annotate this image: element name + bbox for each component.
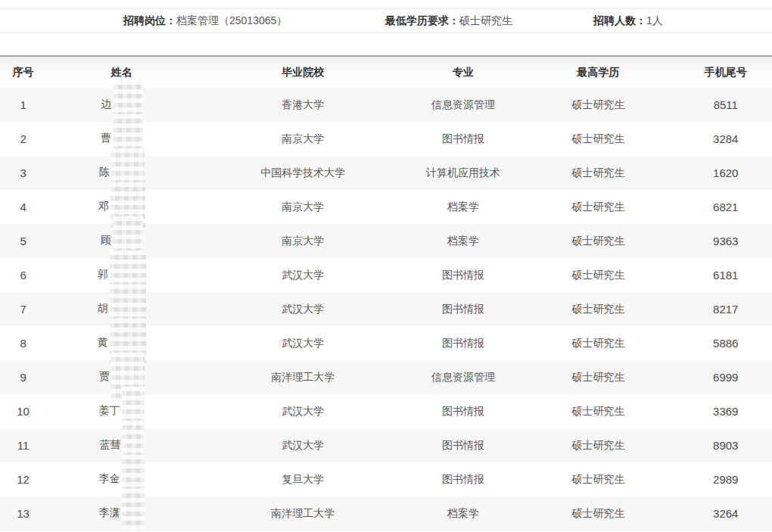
cell-degree: 硕士研究生 bbox=[517, 394, 679, 428]
table-row: 12李金复旦大学图书情报硕士研究生2989 bbox=[0, 462, 772, 496]
cell-major: 信息资源管理 bbox=[409, 88, 518, 122]
cell-major: 计算机应用技术 bbox=[409, 156, 518, 190]
cell-major: 档案学 bbox=[409, 190, 518, 224]
name-visible-text: 邓 bbox=[98, 201, 109, 213]
cell-school: 武汉大学 bbox=[197, 292, 409, 326]
cell-degree: 硕士研究生 bbox=[517, 190, 679, 224]
cell-no: 8 bbox=[0, 326, 46, 360]
cell-phone-tail: 8217 bbox=[680, 292, 772, 326]
cell-no: 9 bbox=[0, 360, 46, 394]
name-visible-text: 姜丁 bbox=[99, 405, 120, 417]
cell-school: 香港大学 bbox=[197, 88, 409, 122]
cell-school: 南京大学 bbox=[197, 122, 409, 156]
cell-phone-tail: 2989 bbox=[680, 462, 772, 496]
cell-phone-tail: 8511 bbox=[680, 88, 772, 122]
redacted-name-mosaic bbox=[111, 168, 145, 179]
cell-major: 档案学 bbox=[409, 496, 518, 530]
cell-school: 中国科学技术大学 bbox=[197, 156, 409, 190]
cell-degree: 硕士研究生 bbox=[517, 258, 679, 292]
column-header-school: 毕业院校 bbox=[197, 56, 409, 88]
min-education-value: 硕士研究生 bbox=[459, 14, 512, 26]
job-info-bar: 招聘岗位：档案管理（25013065） 最低学历要求：硕士研究生 招聘人数：1人 bbox=[0, 8, 772, 33]
name-visible-text: 胡 bbox=[98, 303, 108, 315]
redacted-name-mosaic bbox=[110, 338, 146, 349]
cell-no: 3 bbox=[0, 156, 46, 190]
name-visible-text: 李潇 bbox=[99, 507, 120, 519]
cell-no: 10 bbox=[0, 394, 46, 428]
cell-degree: 硕士研究生 bbox=[517, 326, 679, 360]
cell-major: 图书情报 bbox=[409, 462, 518, 496]
cell-school: 南京大学 bbox=[197, 224, 409, 258]
min-education-info: 最低学历要求：硕士研究生 bbox=[385, 9, 512, 33]
cell-phone-tail: 8903 bbox=[680, 428, 772, 462]
table-row: 11蓝彗武汉大学图书情报硕士研究生8903 bbox=[0, 428, 772, 462]
cell-major: 图书情报 bbox=[409, 428, 518, 462]
name-visible-text: 陈 bbox=[99, 166, 110, 179]
job-position-value: 档案管理（25013065） bbox=[176, 14, 287, 26]
cell-degree: 硕士研究生 bbox=[517, 88, 679, 122]
name-visible-text: 曹 bbox=[101, 132, 111, 145]
cell-major: 图书情报 bbox=[409, 292, 518, 326]
cell-school: 武汉大学 bbox=[197, 258, 409, 292]
headcount-info: 招聘人数：1人 bbox=[593, 9, 663, 33]
redacted-name-mosaic bbox=[111, 372, 145, 383]
cell-phone-tail: 9363 bbox=[680, 224, 772, 258]
name-visible-text: 边 bbox=[101, 98, 112, 110]
cell-no: 11 bbox=[0, 428, 46, 462]
cell-no: 12 bbox=[0, 462, 46, 496]
name-visible-text: 郭 bbox=[98, 269, 108, 281]
cell-no: 5 bbox=[0, 224, 46, 258]
cell-major: 信息资源管理 bbox=[409, 360, 518, 394]
cell-major: 图书情报 bbox=[409, 394, 518, 428]
job-position-label: 招聘岗位： bbox=[123, 14, 176, 26]
cell-phone-tail: 5886 bbox=[680, 326, 772, 360]
redacted-name-mosaic bbox=[110, 270, 146, 281]
name-visible-text: 李金 bbox=[99, 473, 120, 485]
column-header-major: 专业 bbox=[409, 56, 518, 88]
cell-phone-tail: 3369 bbox=[680, 394, 772, 428]
redacted-name-mosaic bbox=[123, 440, 144, 451]
redacted-name-mosaic bbox=[114, 100, 142, 110]
cell-degree: 硕士研究生 bbox=[517, 462, 679, 496]
cell-name: 李潇 bbox=[46, 496, 197, 530]
redacted-name-mosaic bbox=[122, 509, 145, 519]
cell-no: 1 bbox=[0, 88, 46, 122]
cell-school: 南洋理工大学 bbox=[197, 360, 409, 394]
cell-major: 图书情报 bbox=[409, 122, 518, 156]
min-education-label: 最低学历要求： bbox=[385, 14, 459, 26]
column-header-degree: 最高学历 bbox=[517, 56, 679, 88]
column-header-phone_tail: 手机尾号 bbox=[680, 56, 772, 88]
job-position-info: 招聘岗位：档案管理（25013065） bbox=[123, 9, 287, 33]
redacted-name-mosaic bbox=[122, 406, 145, 417]
cell-school: 南京大学 bbox=[197, 190, 409, 224]
cell-no: 2 bbox=[0, 122, 46, 156]
cell-phone-tail: 6999 bbox=[680, 360, 772, 394]
redacted-name-mosaic bbox=[110, 304, 146, 315]
redacted-name-mosaic bbox=[122, 474, 145, 485]
cell-degree: 硕士研究生 bbox=[517, 360, 679, 394]
cell-major: 档案学 bbox=[409, 224, 518, 258]
cell-school: 武汉大学 bbox=[197, 326, 409, 360]
applicant-list-page: 招聘岗位：档案管理（25013065） 最低学历要求：硕士研究生 招聘人数：1人… bbox=[0, 0, 772, 532]
cell-degree: 硕士研究生 bbox=[517, 496, 679, 530]
table-row: 13李潇南洋理工大学档案学硕士研究生3264 bbox=[0, 496, 772, 530]
cell-no: 4 bbox=[0, 190, 46, 224]
headcount-value: 1人 bbox=[646, 14, 663, 26]
redacted-name-mosaic bbox=[113, 134, 143, 145]
redacted-name-mosaic bbox=[113, 236, 143, 247]
cell-no: 6 bbox=[0, 258, 46, 292]
redacted-name-mosaic bbox=[111, 202, 145, 213]
cell-phone-tail: 6181 bbox=[680, 258, 772, 292]
cell-degree: 硕士研究生 bbox=[517, 428, 679, 462]
name-visible-text: 顾 bbox=[101, 235, 111, 247]
cell-major: 图书情报 bbox=[409, 258, 518, 292]
cell-phone-tail: 6821 bbox=[680, 190, 772, 224]
table-row: 9贾南洋理工大学信息资源管理硕士研究生6999 bbox=[0, 360, 772, 394]
name-visible-text: 黄 bbox=[98, 337, 108, 349]
column-header-no: 序号 bbox=[0, 56, 46, 88]
cell-school: 武汉大学 bbox=[197, 428, 409, 462]
cell-phone-tail: 3264 bbox=[680, 496, 772, 530]
cell-phone-tail: 1620 bbox=[680, 156, 772, 190]
cell-degree: 硕士研究生 bbox=[517, 224, 679, 258]
cell-no: 13 bbox=[0, 496, 46, 530]
